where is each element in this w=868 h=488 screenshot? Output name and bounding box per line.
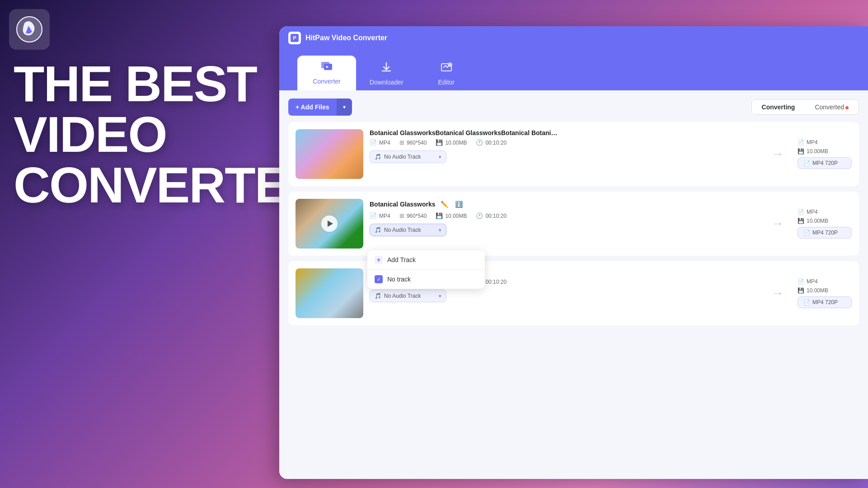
size-meta-2: 💾 10.00MB bbox=[436, 212, 467, 219]
thumbnail-1[interactable] bbox=[296, 129, 363, 179]
duration-value-2: 00:10:20 bbox=[485, 213, 507, 219]
no-track-item[interactable]: ✓ No track bbox=[367, 270, 485, 289]
add-track-label: Add Track bbox=[387, 256, 416, 263]
size-value-2: 10.00MB bbox=[445, 213, 467, 219]
output-badge-3[interactable]: 📄 MP4 720P bbox=[798, 296, 852, 308]
output-size-meta-3: 💾 10.00MB bbox=[798, 287, 852, 294]
hero-text: THE BEST VIDEO CONVERTER bbox=[14, 59, 276, 211]
file-title-row-2: Botanical Glassworks ✏️ ℹ️ bbox=[370, 199, 758, 210]
add-files-button[interactable]: + Add Files ▾ bbox=[288, 99, 352, 116]
downloader-tab-label: Downloader bbox=[370, 79, 404, 86]
audio-label-3: No Audio Track bbox=[384, 293, 421, 299]
info-icon-2[interactable]: ℹ️ bbox=[454, 199, 464, 210]
title-bar-logo: P bbox=[288, 32, 301, 44]
file-card-2: Botanical Glassworks ✏️ ℹ️ 📄 MP4 ⊞ 960*5… bbox=[288, 192, 859, 256]
tab-converter[interactable]: Converter bbox=[297, 56, 356, 90]
output-badge-label-2: MP4 720P bbox=[812, 230, 838, 236]
file-meta-1: 📄 MP4 ⊞ 960*540 💾 10.00MB 🕐 00:10:20 bbox=[370, 139, 758, 146]
output-format-meta-2: 📄 MP4 bbox=[798, 209, 852, 215]
add-files-label: + Add Files bbox=[288, 103, 337, 111]
add-files-dropdown-arrow[interactable]: ▾ bbox=[337, 99, 352, 116]
resolution-value-2: 960*540 bbox=[407, 213, 427, 219]
output-info-1: 📄 MP4 💾 10.00MB 📄 MP4 720P bbox=[798, 139, 852, 169]
resolution-meta-1: ⊞ 960*540 bbox=[399, 139, 427, 146]
output-format-3: MP4 bbox=[807, 278, 818, 285]
play-button-2[interactable] bbox=[321, 216, 338, 232]
converted-button[interactable]: Converted bbox=[805, 100, 859, 114]
audio-chevron-2: ▾ bbox=[439, 227, 441, 233]
output-badge-2[interactable]: 📄 MP4 720P bbox=[798, 227, 852, 239]
convert-arrow-2: → bbox=[771, 216, 784, 231]
downloader-icon bbox=[380, 61, 393, 76]
output-format-2: MP4 bbox=[807, 209, 818, 215]
output-badge-file-icon-1: 📄 bbox=[803, 160, 810, 166]
thumbnail-2[interactable] bbox=[296, 199, 363, 249]
file-icon-1: 📄 bbox=[370, 139, 377, 146]
audio-dropdown-2[interactable]: 🎵 No Audio Track ▾ bbox=[370, 224, 446, 236]
output-size-icon-2: 💾 bbox=[798, 218, 804, 224]
output-badge-label-3: MP4 720P bbox=[812, 299, 838, 305]
convert-arrow-1: → bbox=[771, 147, 784, 161]
resolution-value-1: 960*540 bbox=[407, 140, 427, 146]
edit-icon-2[interactable]: ✏️ bbox=[439, 199, 450, 210]
audio-label-1: No Audio Track bbox=[384, 154, 421, 160]
size-meta-1: 💾 10.00MB bbox=[436, 139, 467, 146]
arrow-1: → bbox=[764, 147, 791, 161]
file-title-row-1: Botanical GlassworksBotanical Glassworks… bbox=[370, 129, 758, 136]
size-value-1: 10.00MB bbox=[445, 140, 467, 146]
file-info-1: Botanical GlassworksBotanical Glassworks… bbox=[370, 129, 758, 163]
file-title-1: Botanical GlassworksBotanical Glassworks… bbox=[370, 129, 559, 136]
converting-button[interactable]: Converting bbox=[752, 100, 805, 114]
output-badge-file-icon-3: 📄 bbox=[803, 299, 810, 305]
output-size-1: 10.00MB bbox=[807, 148, 828, 155]
duration-icon-2: 🕐 bbox=[476, 212, 483, 219]
editor-tab-label: Editor bbox=[438, 79, 455, 86]
output-info-2: 📄 MP4 💾 10.00MB 📄 MP4 720P bbox=[798, 209, 852, 239]
output-badge-1[interactable]: 📄 MP4 720P bbox=[798, 157, 852, 169]
audio-icon-2: 🎵 bbox=[375, 227, 381, 233]
duration-icon-1: 🕐 bbox=[476, 139, 483, 146]
format-value-2: MP4 bbox=[379, 213, 390, 219]
app-title: HitPaw Video Converter bbox=[305, 34, 387, 42]
output-size-icon-1: 💾 bbox=[798, 148, 804, 155]
duration-meta-2: 🕐 00:10:20 bbox=[476, 212, 507, 219]
format-value-1: MP4 bbox=[379, 140, 390, 146]
output-size-meta-1: 💾 10.00MB bbox=[798, 148, 852, 155]
file-icon-2: 📄 bbox=[370, 212, 377, 219]
app-logo bbox=[9, 9, 50, 50]
duration-value-1: 00:10:20 bbox=[485, 140, 507, 146]
audio-dropdown-3[interactable]: 🎵 No Audio Track ▾ bbox=[370, 290, 446, 302]
toolbar: + Add Files ▾ Converting Converted bbox=[288, 99, 859, 116]
audio-chevron-3: ▾ bbox=[439, 293, 441, 299]
output-size-icon-3: 💾 bbox=[798, 287, 804, 294]
size-icon-2: 💾 bbox=[436, 212, 443, 219]
arrow-3: → bbox=[764, 286, 791, 300]
audio-icon-3: 🎵 bbox=[375, 293, 381, 299]
thumb-spiral-img bbox=[296, 129, 363, 179]
converter-tab-label: Converter bbox=[313, 78, 340, 85]
thumbnail-3[interactable] bbox=[296, 268, 363, 318]
converted-label: Converted bbox=[815, 103, 844, 111]
file-info-2: Botanical Glassworks ✏️ ℹ️ 📄 MP4 ⊞ 960*5… bbox=[370, 199, 758, 236]
no-track-label: No track bbox=[387, 276, 411, 283]
converter-icon bbox=[320, 60, 333, 75]
file-card-1: Botanical GlassworksBotanical Glassworks… bbox=[288, 122, 859, 186]
audio-dropdown-1[interactable]: 🎵 No Audio Track ▾ bbox=[370, 150, 446, 163]
tab-editor[interactable]: Editor bbox=[417, 56, 476, 90]
output-size-meta-2: 💾 10.00MB bbox=[798, 218, 852, 224]
output-file-icon-2: 📄 bbox=[798, 209, 804, 215]
add-track-item[interactable]: + Add Track bbox=[367, 250, 485, 269]
duration-meta-1: 🕐 00:10:20 bbox=[476, 139, 507, 146]
convert-arrow-3: → bbox=[771, 286, 784, 300]
resolution-icon-1: ⊞ bbox=[399, 139, 404, 146]
tab-bar: Converter Downloader Editor bbox=[279, 50, 868, 90]
audio-icon-1: 🎵 bbox=[375, 154, 381, 160]
audio-dropdown-popup: + Add Track ✓ No track bbox=[367, 250, 485, 289]
main-content: + Add Files ▾ Converting Converted Botan… bbox=[279, 90, 868, 479]
title-bar: P HitPaw Video Converter bbox=[279, 26, 868, 50]
thumb-room-img bbox=[296, 268, 363, 318]
app-window: P HitPaw Video Converter Converter bbox=[279, 26, 868, 479]
arrow-2: → bbox=[764, 216, 791, 231]
editor-icon bbox=[440, 61, 453, 76]
tab-downloader[interactable]: Downloader bbox=[356, 56, 417, 90]
